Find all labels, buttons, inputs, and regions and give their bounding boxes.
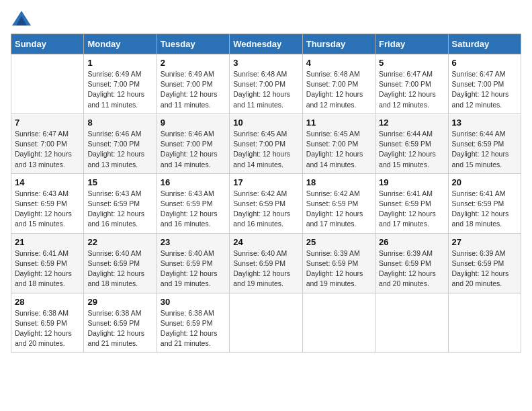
daylight-label: Daylight: 12 hours and 15 minutes.: [379, 150, 436, 168]
sunset-label: Sunset: 7:00 PM: [15, 140, 67, 148]
calendar-cell: 5 Sunrise: 6:47 AM Sunset: 7:00 PM Dayli…: [375, 54, 448, 114]
day-info: Sunrise: 6:47 AM Sunset: 7:00 PM Dayligh…: [379, 69, 444, 110]
day-info: Sunrise: 6:38 AM Sunset: 6:59 PM Dayligh…: [161, 308, 226, 349]
day-number: 11: [306, 118, 371, 128]
daylight-label: Daylight: 12 hours and 18 minutes.: [87, 269, 144, 287]
daylight-label: Daylight: 12 hours and 19 minutes.: [233, 269, 290, 287]
day-info: Sunrise: 6:40 AM Sunset: 6:59 PM Dayligh…: [161, 248, 226, 289]
sunrise-label: Sunrise: 6:45 AM: [233, 130, 287, 138]
day-info: Sunrise: 6:43 AM Sunset: 6:59 PM Dayligh…: [15, 189, 80, 230]
sunset-label: Sunset: 6:59 PM: [87, 319, 140, 327]
sunrise-label: Sunrise: 6:43 AM: [15, 189, 69, 197]
calendar-cell: 12 Sunrise: 6:44 AM Sunset: 6:59 PM Dayl…: [375, 113, 448, 173]
day-number: 14: [15, 177, 80, 187]
day-info: Sunrise: 6:43 AM Sunset: 6:59 PM Dayligh…: [161, 189, 226, 230]
calendar-week-row: 7 Sunrise: 6:47 AM Sunset: 7:00 PM Dayli…: [11, 113, 521, 173]
sunrise-label: Sunrise: 6:38 AM: [87, 309, 141, 317]
daylight-label: Daylight: 12 hours and 11 minutes.: [161, 90, 218, 108]
sunset-label: Sunset: 6:59 PM: [306, 259, 359, 267]
calendar-week-row: 14 Sunrise: 6:43 AM Sunset: 6:59 PM Dayl…: [11, 173, 521, 233]
sunset-label: Sunset: 7:00 PM: [379, 80, 431, 88]
day-number: 17: [233, 177, 298, 187]
sunrise-label: Sunrise: 6:44 AM: [452, 130, 506, 138]
calendar-cell: 4 Sunrise: 6:48 AM Sunset: 7:00 PM Dayli…: [302, 54, 375, 114]
day-number: 9: [161, 118, 226, 128]
daylight-label: Daylight: 12 hours and 17 minutes.: [379, 210, 436, 228]
sunset-label: Sunset: 6:59 PM: [15, 259, 67, 267]
daylight-label: Daylight: 12 hours and 14 minutes.: [233, 150, 290, 168]
daylight-label: Daylight: 12 hours and 15 minutes.: [452, 150, 509, 168]
day-info: Sunrise: 6:46 AM Sunset: 7:00 PM Dayligh…: [161, 129, 226, 170]
calendar-cell: [375, 293, 448, 353]
day-number: 18: [306, 177, 371, 187]
day-info: Sunrise: 6:42 AM Sunset: 6:59 PM Dayligh…: [233, 189, 298, 230]
calendar-cell: 21 Sunrise: 6:41 AM Sunset: 6:59 PM Dayl…: [11, 233, 84, 293]
sunrise-label: Sunrise: 6:46 AM: [161, 130, 214, 138]
daylight-label: Daylight: 12 hours and 21 minutes.: [161, 329, 218, 347]
logo-icon: [12, 11, 31, 26]
calendar-cell: 13 Sunrise: 6:44 AM Sunset: 6:59 PM Dayl…: [448, 113, 521, 173]
daylight-label: Daylight: 12 hours and 17 minutes.: [306, 210, 363, 228]
daylight-label: Daylight: 12 hours and 12 minutes.: [379, 90, 436, 108]
sunrise-label: Sunrise: 6:42 AM: [233, 189, 287, 197]
calendar-cell: 28 Sunrise: 6:38 AM Sunset: 6:59 PM Dayl…: [11, 293, 84, 353]
day-number: 27: [452, 237, 517, 247]
sunset-label: Sunset: 6:59 PM: [161, 199, 213, 208]
daylight-label: Daylight: 12 hours and 11 minutes.: [87, 90, 144, 108]
day-number: 12: [379, 118, 444, 128]
sunset-label: Sunset: 6:59 PM: [452, 259, 504, 267]
day-info: Sunrise: 6:45 AM Sunset: 7:00 PM Dayligh…: [306, 129, 371, 170]
logo: [11, 11, 32, 26]
daylight-label: Daylight: 12 hours and 19 minutes.: [161, 269, 218, 287]
sunrise-label: Sunrise: 6:47 AM: [379, 70, 433, 78]
sunset-label: Sunset: 7:00 PM: [161, 80, 213, 88]
day-info: Sunrise: 6:42 AM Sunset: 6:59 PM Dayligh…: [306, 189, 371, 230]
sunrise-label: Sunrise: 6:46 AM: [87, 130, 141, 138]
calendar-cell: 2 Sunrise: 6:49 AM Sunset: 7:00 PM Dayli…: [157, 54, 229, 114]
daylight-label: Daylight: 12 hours and 12 minutes.: [452, 90, 509, 108]
calendar-cell: 18 Sunrise: 6:42 AM Sunset: 6:59 PM Dayl…: [302, 173, 375, 233]
calendar-cell: 19 Sunrise: 6:41 AM Sunset: 6:59 PM Dayl…: [375, 173, 448, 233]
day-info: Sunrise: 6:41 AM Sunset: 6:59 PM Dayligh…: [379, 189, 444, 230]
sunrise-label: Sunrise: 6:41 AM: [452, 189, 506, 197]
sunrise-label: Sunrise: 6:38 AM: [15, 309, 69, 317]
sunset-label: Sunset: 7:00 PM: [87, 80, 140, 88]
sunrise-label: Sunrise: 6:44 AM: [379, 130, 433, 138]
day-number: 10: [233, 118, 298, 128]
daylight-label: Daylight: 12 hours and 21 minutes.: [87, 329, 144, 347]
calendar-cell: 6 Sunrise: 6:47 AM Sunset: 7:00 PM Dayli…: [448, 54, 521, 114]
day-info: Sunrise: 6:49 AM Sunset: 7:00 PM Dayligh…: [87, 69, 152, 110]
calendar-table: SundayMondayTuesdayWednesdayThursdayFrid…: [11, 34, 521, 353]
daylight-label: Daylight: 12 hours and 16 minutes.: [233, 210, 290, 228]
calendar-cell: 14 Sunrise: 6:43 AM Sunset: 6:59 PM Dayl…: [11, 173, 84, 233]
daylight-label: Daylight: 12 hours and 12 minutes.: [306, 90, 363, 108]
sunrise-label: Sunrise: 6:38 AM: [161, 309, 214, 317]
calendar-cell: 26 Sunrise: 6:39 AM Sunset: 6:59 PM Dayl…: [375, 233, 448, 293]
calendar-cell: 22 Sunrise: 6:40 AM Sunset: 6:59 PM Dayl…: [84, 233, 157, 293]
calendar-cell: 15 Sunrise: 6:43 AM Sunset: 6:59 PM Dayl…: [84, 173, 157, 233]
day-info: Sunrise: 6:40 AM Sunset: 6:59 PM Dayligh…: [233, 248, 298, 289]
calendar-header-row: SundayMondayTuesdayWednesdayThursdayFrid…: [11, 34, 521, 54]
calendar-cell: 9 Sunrise: 6:46 AM Sunset: 7:00 PM Dayli…: [157, 113, 229, 173]
daylight-label: Daylight: 12 hours and 13 minutes.: [87, 150, 144, 168]
daylight-label: Daylight: 12 hours and 18 minutes.: [452, 210, 509, 228]
day-info: Sunrise: 6:47 AM Sunset: 7:00 PM Dayligh…: [452, 69, 517, 110]
day-number: 13: [452, 118, 517, 128]
day-number: 30: [161, 297, 226, 307]
calendar-cell: 11 Sunrise: 6:45 AM Sunset: 7:00 PM Dayl…: [302, 113, 375, 173]
day-number: 29: [87, 297, 152, 307]
sunset-label: Sunset: 6:59 PM: [306, 199, 359, 208]
calendar-week-row: 28 Sunrise: 6:38 AM Sunset: 6:59 PM Dayl…: [11, 293, 521, 353]
sunset-label: Sunset: 6:59 PM: [87, 259, 140, 267]
daylight-label: Daylight: 12 hours and 14 minutes.: [161, 150, 218, 168]
day-number: 28: [15, 297, 80, 307]
day-number: 1: [87, 58, 152, 68]
sunrise-label: Sunrise: 6:43 AM: [87, 189, 141, 197]
day-number: 15: [87, 177, 152, 187]
calendar-cell: 1 Sunrise: 6:49 AM Sunset: 7:00 PM Dayli…: [84, 54, 157, 114]
sunset-label: Sunset: 6:59 PM: [15, 199, 67, 208]
day-number: 6: [452, 58, 517, 68]
day-number: 25: [306, 237, 371, 247]
sunset-label: Sunset: 6:59 PM: [379, 140, 431, 148]
day-number: 4: [306, 58, 371, 68]
